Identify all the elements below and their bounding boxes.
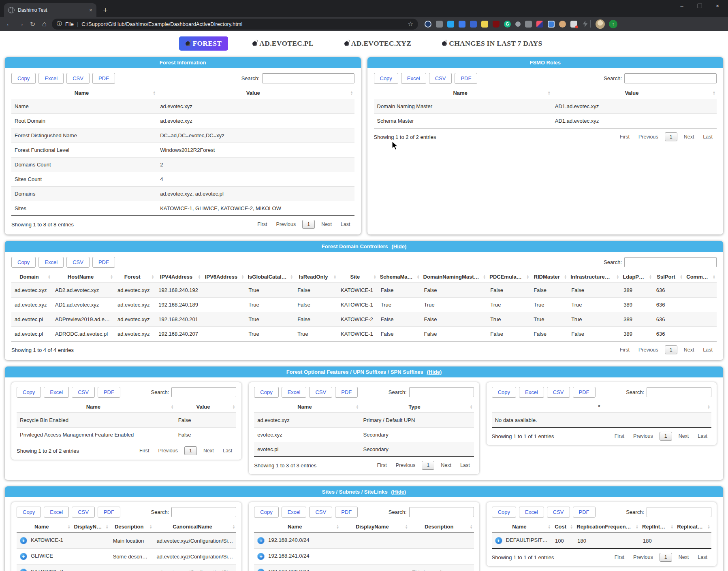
screenshot-icon[interactable] <box>525 21 532 28</box>
column-header-infrastructuremaster[interactable]: InfrastructureMaster <box>568 271 620 283</box>
column-header-name[interactable]: Name <box>254 401 360 413</box>
column-header-name[interactable]: Name <box>492 521 552 533</box>
back-icon[interactable]: ← <box>3 20 15 28</box>
search-input[interactable] <box>647 387 711 397</box>
csv-button[interactable]: CSV <box>309 387 332 398</box>
tab-changes-last-7-days[interactable]: CHANGES IN LAST 7 DAYS <box>436 36 549 51</box>
pdf-button[interactable]: PDF <box>573 387 596 398</box>
column-header-replicationfrequencyinminutes[interactable]: ReplicationFrequencyInMinutes <box>574 521 640 533</box>
pdf-button[interactable]: PDF <box>573 507 596 518</box>
column-header-ridmaster[interactable]: RIDMaster <box>530 271 568 283</box>
profile-avatar[interactable] <box>596 19 605 29</box>
pagination-last[interactable]: Last <box>699 132 717 141</box>
pagination-page-1[interactable]: 1 <box>302 220 315 229</box>
column-header-replicationschedule[interactable]: ReplicationSchedule <box>675 521 711 533</box>
pdf-button[interactable]: PDF <box>335 387 358 398</box>
hide-link[interactable]: (Hide) <box>391 243 406 249</box>
column-header-domain[interactable]: Domain <box>11 271 52 283</box>
pagination-next[interactable]: Next <box>680 132 698 141</box>
home-icon[interactable]: ⌂ <box>38 20 50 28</box>
pdf-button[interactable]: PDF <box>98 387 120 398</box>
copy-button[interactable]: Copy <box>374 73 398 84</box>
column-header-site[interactable]: Site <box>337 271 378 283</box>
window-maximize-button[interactable] <box>691 0 709 11</box>
search-input[interactable] <box>624 73 717 83</box>
excel-button[interactable]: Excel <box>38 73 64 84</box>
pagination-first[interactable]: First <box>616 345 634 354</box>
pdf-button[interactable]: PDF <box>455 73 477 84</box>
hide-link[interactable]: (Hide) <box>391 489 406 495</box>
docs-icon[interactable] <box>470 21 477 28</box>
window-close-button[interactable]: × <box>709 0 726 11</box>
tab-forest[interactable]: FOREST <box>179 36 228 51</box>
column-header-comment[interactable]: Comment <box>684 271 717 283</box>
pagination-previous[interactable]: Previous <box>272 220 300 229</box>
csv-button[interactable]: CSV <box>72 507 95 518</box>
copy-button[interactable]: Copy <box>17 507 41 518</box>
browser-tab[interactable]: Dashimo Test × <box>4 3 96 17</box>
column-header-domainnamingmastermaster[interactable]: DomainNamingMasterMaster <box>421 271 487 283</box>
csv-button[interactable]: CSV <box>429 73 452 84</box>
pdf-button[interactable]: PDF <box>92 73 115 84</box>
pagination-next[interactable]: Next <box>675 553 693 562</box>
expand-row-icon[interactable]: + <box>20 569 27 571</box>
tab-ad-evotec-pl[interactable]: AD.EVOTEC.PL <box>246 36 320 51</box>
page-info-icon[interactable]: ⓘ <box>57 20 62 28</box>
hide-link[interactable]: (Hide) <box>427 369 442 375</box>
excel-button[interactable]: Excel <box>282 387 307 398</box>
pagination-next[interactable]: Next <box>199 446 218 455</box>
column-header-pdcemulator[interactable]: PDCEmulator <box>487 271 530 283</box>
ublock-icon[interactable] <box>493 21 500 28</box>
column-header-name[interactable]: Name <box>374 87 552 99</box>
column-header-isglobalcatalog[interactable]: IsGlobalCatalog <box>245 271 294 283</box>
pagination-page-1[interactable]: 1 <box>665 345 677 354</box>
csv-button[interactable]: CSV <box>66 257 90 268</box>
copy-button[interactable]: Copy <box>254 507 278 518</box>
pagination-last[interactable]: Last <box>694 553 711 562</box>
column-header-schemamaster[interactable]: SchemaMaster <box>378 271 421 283</box>
pagination-last[interactable]: Last <box>694 432 711 441</box>
copy-button[interactable]: Copy <box>492 387 516 398</box>
search-input[interactable] <box>262 73 354 83</box>
pagination-next[interactable]: Next <box>680 345 698 354</box>
expand-row-icon[interactable]: + <box>495 537 502 544</box>
pagination-first[interactable]: First <box>373 461 391 470</box>
column-header-ipv4address[interactable]: IPV4Address <box>155 271 202 283</box>
column-header-type[interactable]: Type <box>360 401 474 413</box>
tab-ad-evotec-xyz[interactable]: AD.EVOTEC.XYZ <box>338 36 418 51</box>
column-header-replinterval[interactable]: ReplInterval <box>640 521 675 533</box>
column-header-cost[interactable]: Cost <box>552 521 574 533</box>
search-input[interactable] <box>647 507 711 517</box>
pagination-previous[interactable]: Previous <box>629 432 657 441</box>
reload-icon[interactable]: ↻ <box>27 20 38 28</box>
pagination-first[interactable]: First <box>135 446 153 455</box>
column-header-name[interactable]: Name <box>17 521 72 533</box>
copy-button[interactable]: Copy <box>254 387 278 398</box>
pagination-last[interactable]: Last <box>337 220 354 229</box>
excel-button[interactable]: Excel <box>519 387 544 398</box>
column-header-star[interactable]: * <box>492 401 711 413</box>
onepassword-icon[interactable] <box>425 21 431 28</box>
excel-button[interactable]: Excel <box>44 507 69 518</box>
pdf-button[interactable]: PDF <box>98 507 120 518</box>
expand-row-icon[interactable]: + <box>257 553 265 560</box>
pagination-previous[interactable]: Previous <box>634 132 662 141</box>
column-header-name[interactable]: Name <box>254 521 340 533</box>
expand-row-icon[interactable]: + <box>257 569 265 571</box>
tasks-icon[interactable] <box>570 21 577 28</box>
column-header-sslport[interactable]: SslPort <box>653 271 684 283</box>
pagination-previous[interactable]: Previous <box>154 446 182 455</box>
column-header-name[interactable]: Name <box>17 401 175 413</box>
pagination-next[interactable]: Next <box>437 461 455 470</box>
search-input[interactable] <box>624 257 717 267</box>
window-minimize-button[interactable]: – <box>673 0 691 11</box>
expand-row-icon[interactable]: + <box>20 553 27 560</box>
copy-button[interactable]: Copy <box>11 257 36 268</box>
pagination-previous[interactable]: Previous <box>629 553 657 562</box>
pagination-last[interactable]: Last <box>456 461 474 470</box>
browser-update-menu-icon[interactable]: ↑ <box>609 20 617 28</box>
pdf-button[interactable]: PDF <box>335 507 358 518</box>
column-header-displayname[interactable]: DisplayName <box>340 521 409 533</box>
persona-icon[interactable] <box>559 21 566 28</box>
new-tab-button[interactable]: + <box>103 5 108 15</box>
